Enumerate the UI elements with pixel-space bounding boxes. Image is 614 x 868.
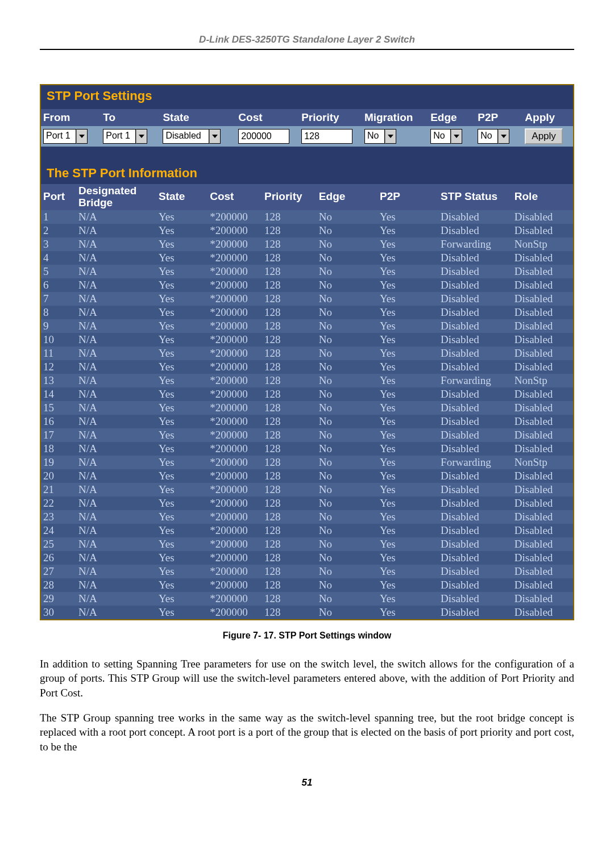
cell-edge: No [317, 374, 377, 387]
chevron-down-icon[interactable] [76, 129, 88, 144]
from-select[interactable]: Port 1 [43, 129, 88, 144]
cell-p2p: Yes [377, 374, 438, 387]
cell-cost: *200000 [208, 347, 262, 360]
cell-edge: No [317, 387, 377, 401]
cell-port: 17 [41, 428, 76, 442]
cell-role: Disabled [512, 224, 573, 237]
cell-state: Yes [156, 578, 208, 592]
info-hdr-cost: Cost [208, 184, 262, 210]
cell-pri: 128 [262, 306, 317, 319]
cell-role: Disabled [512, 401, 573, 415]
cell-stp: Disabled [438, 306, 512, 319]
state-select[interactable]: Disabled [163, 129, 221, 144]
apply-button[interactable]: Apply [525, 128, 563, 144]
cell-edge: No [317, 565, 377, 578]
svg-marker-4 [454, 135, 459, 138]
cell-port: 12 [41, 360, 76, 374]
cell-stp: Disabled [438, 415, 512, 428]
cell-db: N/A [76, 319, 156, 333]
table-row: 19N/AYes*200000128NoYesForwardingNonStp [41, 456, 573, 469]
cell-edge: No [317, 456, 377, 469]
table-row: 9N/AYes*200000128NoYesDisabledDisabled [41, 319, 573, 333]
info-table: Port Designated Bridge State Cost Priori… [41, 184, 573, 619]
cell-port: 22 [41, 496, 76, 510]
table-row: 16N/AYes*200000128NoYesDisabledDisabled [41, 415, 573, 428]
cell-role: Disabled [512, 251, 573, 265]
table-row: 8N/AYes*200000128NoYesDisabledDisabled [41, 306, 573, 319]
controls-row: Port 1 Port 1 Disabled [41, 126, 573, 147]
cell-port: 18 [41, 442, 76, 456]
cell-port: 19 [41, 456, 76, 469]
cell-state: Yes [156, 469, 208, 483]
cell-state: Yes [156, 265, 208, 278]
cell-cost: *200000 [208, 278, 262, 292]
cell-cost: *200000 [208, 510, 262, 524]
cell-db: N/A [76, 469, 156, 483]
cell-edge: No [317, 592, 377, 606]
controls-table: From To State Cost Priority Migration Ed… [41, 109, 573, 147]
cell-edge: No [317, 551, 377, 565]
cell-stp: Disabled [438, 537, 512, 551]
priority-input[interactable] [301, 129, 352, 144]
cell-role: Disabled [512, 537, 573, 551]
chevron-down-icon[interactable] [451, 129, 462, 144]
cell-role: NonStp [512, 456, 573, 469]
cell-role: Disabled [512, 265, 573, 278]
cell-edge: No [317, 578, 377, 592]
cell-edge: No [317, 442, 377, 456]
cell-pri: 128 [262, 224, 317, 237]
cell-pri: 128 [262, 469, 317, 483]
cell-state: Yes [156, 442, 208, 456]
cost-input[interactable] [238, 129, 289, 144]
svg-marker-0 [79, 135, 85, 138]
cell-port: 21 [41, 483, 76, 496]
cell-cost: *200000 [208, 306, 262, 319]
cell-port: 25 [41, 537, 76, 551]
cell-p2p: Yes [377, 387, 438, 401]
table-row: 18N/AYes*200000128NoYesDisabledDisabled [41, 442, 573, 456]
cell-edge: No [317, 306, 377, 319]
cell-p2p: Yes [377, 278, 438, 292]
cell-role: Disabled [512, 387, 573, 401]
cell-pri: 128 [262, 278, 317, 292]
chevron-down-icon[interactable] [385, 129, 396, 144]
cell-pri: 128 [262, 360, 317, 374]
cell-db: N/A [76, 483, 156, 496]
chevron-down-icon[interactable] [498, 129, 509, 144]
svg-marker-3 [388, 135, 393, 138]
cell-db: N/A [76, 374, 156, 387]
cell-state: Yes [156, 510, 208, 524]
cell-pri: 128 [262, 483, 317, 496]
cell-pri: 128 [262, 387, 317, 401]
cell-pri: 128 [262, 265, 317, 278]
cell-state: Yes [156, 210, 208, 224]
cell-pri: 128 [262, 401, 317, 415]
cell-p2p: Yes [377, 537, 438, 551]
cell-state: Yes [156, 415, 208, 428]
cell-pri: 128 [262, 524, 317, 537]
info-hdr-role: Role [512, 184, 573, 210]
cell-edge: No [317, 319, 377, 333]
cell-edge: No [317, 524, 377, 537]
cell-role: Disabled [512, 510, 573, 524]
edge-select[interactable]: No [430, 129, 462, 144]
cell-p2p: Yes [377, 415, 438, 428]
migration-select[interactable]: No [364, 129, 396, 144]
cell-edge: No [317, 537, 377, 551]
table-row: 5N/AYes*200000128NoYesDisabledDisabled [41, 265, 573, 278]
to-select[interactable]: Port 1 [103, 129, 147, 144]
cell-pri: 128 [262, 551, 317, 565]
cell-db: N/A [76, 496, 156, 510]
chevron-down-icon[interactable] [209, 129, 221, 144]
chevron-down-icon[interactable] [136, 129, 147, 144]
cell-pri: 128 [262, 319, 317, 333]
table-row: 1N/AYes*200000128NoYesDisabledDisabled [41, 210, 573, 224]
cell-db: N/A [76, 333, 156, 347]
hdr-cost: Cost [236, 109, 299, 126]
p2p-select[interactable]: No [478, 129, 509, 144]
cell-edge: No [317, 401, 377, 415]
panel-title: STP Port Settings [41, 85, 573, 109]
table-row: 14N/AYes*200000128NoYesDisabledDisabled [41, 387, 573, 401]
table-row: 10N/AYes*200000128NoYesDisabledDisabled [41, 333, 573, 347]
cell-role: Disabled [512, 333, 573, 347]
